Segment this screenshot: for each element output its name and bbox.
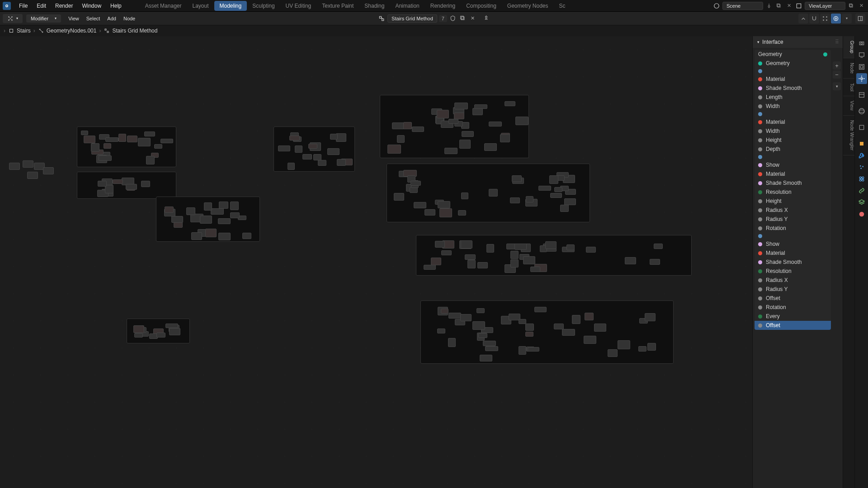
node[interactable] — [444, 148, 458, 155]
collection-props-icon[interactable] — [856, 122, 867, 133]
node[interactable] — [566, 244, 575, 251]
interface-socket-row[interactable] — [755, 154, 831, 160]
node[interactable] — [437, 110, 449, 118]
menu-help[interactable]: Help — [106, 1, 126, 11]
menu-render[interactable]: Render — [51, 1, 77, 11]
node[interactable] — [302, 154, 312, 160]
node[interactable] — [127, 136, 137, 143]
interface-socket-row[interactable]: Shade Smooth — [755, 84, 831, 93]
node[interactable] — [98, 181, 107, 187]
interface-socket-row[interactable]: Width — [755, 102, 831, 111]
node[interactable] — [512, 175, 522, 182]
node[interactable] — [337, 159, 346, 166]
node[interactable] — [81, 131, 88, 135]
scene-delete-icon[interactable]: ✕ — [785, 2, 793, 10]
scene-pin-icon[interactable] — [765, 2, 773, 10]
node[interactable] — [526, 196, 533, 202]
node[interactable] — [191, 232, 203, 240]
interface-socket-row[interactable]: Geometry — [755, 50, 831, 59]
node[interactable] — [510, 197, 520, 204]
node[interactable] — [295, 145, 302, 153]
node[interactable] — [505, 101, 516, 107]
node[interactable] — [160, 139, 173, 143]
socket-menu-button[interactable]: ▾ — [833, 82, 841, 90]
output-props-icon[interactable] — [856, 50, 867, 61]
interface-socket-row[interactable]: Resolution — [755, 188, 831, 197]
node[interactable] — [510, 259, 519, 267]
layer-delete-icon[interactable]: ✕ — [857, 2, 865, 10]
node-editor-canvas[interactable] — [0, 36, 752, 488]
interface-socket-row[interactable]: Rotation — [755, 224, 831, 233]
node[interactable] — [410, 187, 418, 193]
node[interactable] — [572, 315, 581, 324]
node[interactable] — [454, 103, 468, 109]
node[interactable] — [608, 349, 618, 357]
node[interactable] — [91, 143, 99, 152]
node[interactable] — [514, 244, 527, 250]
interface-socket-row[interactable]: Width — [755, 127, 831, 136]
node[interactable] — [165, 324, 178, 328]
interface-socket-row[interactable]: Offset — [755, 321, 831, 330]
node[interactable] — [477, 262, 488, 268]
node[interactable] — [330, 134, 338, 140]
node[interactable] — [27, 172, 38, 179]
nodetree-browse-icon[interactable] — [377, 14, 386, 23]
workspace-tab[interactable]: Sculpting — [247, 1, 280, 11]
workspace-tab[interactable]: Rendering — [425, 1, 461, 11]
remove-socket-button[interactable]: − — [833, 70, 841, 79]
node[interactable] — [465, 254, 476, 260]
node[interactable] — [467, 260, 475, 268]
node[interactable] — [441, 309, 448, 313]
node[interactable] — [564, 198, 576, 205]
interface-socket-row[interactable]: Resolution — [755, 267, 831, 276]
workspace-tab[interactable]: Modeling — [214, 1, 247, 11]
particle-props-icon[interactable] — [856, 162, 867, 173]
interface-socket-row[interactable]: Material — [755, 169, 831, 178]
node[interactable] — [549, 175, 558, 184]
node[interactable] — [387, 145, 401, 154]
node[interactable] — [500, 134, 510, 142]
world-props-icon[interactable] — [856, 106, 867, 117]
interface-socket-row[interactable] — [755, 111, 831, 117]
node[interactable] — [200, 216, 212, 224]
node[interactable] — [394, 193, 404, 200]
node[interactable] — [410, 181, 420, 186]
node[interactable] — [397, 135, 405, 143]
node-frame[interactable] — [416, 235, 692, 276]
node-frame[interactable] — [77, 172, 176, 199]
node[interactable] — [414, 202, 427, 208]
node[interactable] — [99, 155, 112, 161]
node[interactable] — [462, 131, 474, 136]
node[interactable] — [525, 324, 534, 331]
interface-socket-row[interactable]: Shade Smooth — [755, 258, 831, 267]
node[interactable] — [476, 308, 485, 313]
scene-name-field[interactable]: Scene — [722, 2, 763, 10]
interface-socket-row[interactable]: Radius Y — [755, 285, 831, 294]
node[interactable] — [585, 313, 594, 320]
workspace-tab[interactable]: Asset Manager — [140, 1, 187, 11]
node[interactable] — [554, 324, 564, 329]
interface-socket-row[interactable]: Material — [755, 117, 831, 127]
node[interactable] — [211, 208, 224, 215]
node[interactable] — [461, 192, 468, 199]
pin-icon[interactable] — [482, 14, 491, 23]
interface-socket-row[interactable]: Material — [755, 249, 831, 258]
overlay-dropdown-icon[interactable]: ▾ — [842, 14, 852, 23]
node[interactable] — [534, 307, 547, 313]
node[interactable] — [489, 189, 498, 197]
interface-socket-row[interactable]: Height — [755, 136, 831, 145]
node-frame[interactable] — [156, 197, 260, 242]
node[interactable] — [242, 233, 251, 239]
menu-window[interactable]: Window — [77, 1, 106, 11]
node[interactable] — [171, 216, 183, 223]
scene-browse-icon[interactable] — [712, 2, 721, 10]
node[interactable] — [308, 144, 317, 149]
node[interactable] — [519, 319, 527, 324]
toolbar-menu[interactable]: View — [65, 14, 83, 23]
interface-socket-row[interactable]: Height — [755, 197, 831, 206]
node[interactable] — [654, 244, 663, 249]
n-panel-tab[interactable]: Node Wrangler — [843, 116, 854, 155]
breadcrumb-object[interactable]: Stairs — [8, 28, 31, 34]
node[interactable] — [205, 229, 217, 237]
node[interactable] — [560, 205, 569, 212]
